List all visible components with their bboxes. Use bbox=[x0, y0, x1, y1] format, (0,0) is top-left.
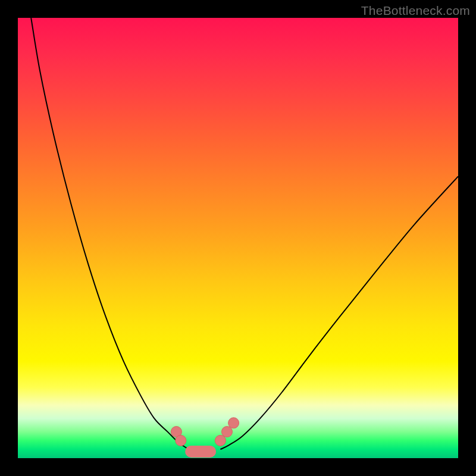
watermark-text: TheBottleneck.com bbox=[361, 4, 470, 18]
marker-dot bbox=[176, 435, 186, 446]
marker-dots bbox=[171, 418, 239, 446]
marker-dot bbox=[228, 418, 239, 428]
left-curve bbox=[31, 18, 194, 452]
marker-dot bbox=[215, 435, 226, 446]
chart-svg bbox=[18, 18, 458, 458]
right-curve bbox=[220, 176, 458, 449]
chart-plot-area bbox=[18, 18, 458, 458]
marker-dot bbox=[222, 427, 233, 437]
bottom-marker-band bbox=[185, 446, 216, 458]
